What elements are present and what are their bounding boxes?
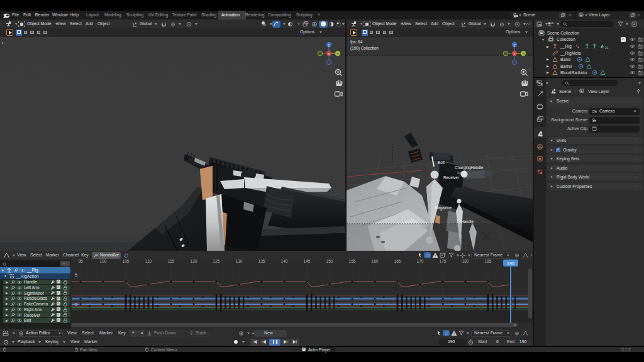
svg-text:Z: Z	[328, 43, 330, 47]
svg-text:X: X	[328, 52, 330, 56]
svg-text:150: 150	[326, 259, 333, 263]
svg-text:130: 130	[236, 259, 243, 263]
svg-text:155: 155	[349, 259, 356, 263]
svg-text:185: 185	[485, 259, 492, 263]
svg-text:145: 145	[304, 259, 311, 263]
svg-text:95: 95	[78, 259, 83, 263]
svg-text:X: X	[513, 52, 516, 56]
svg-text:100: 100	[100, 259, 107, 263]
svg-text:180: 180	[462, 259, 469, 263]
svg-text:190: 190	[507, 261, 514, 266]
svg-text:105: 105	[123, 259, 130, 263]
svg-text:0: 0	[75, 302, 77, 307]
svg-text:Y: Y	[522, 52, 525, 56]
svg-text:175: 175	[440, 259, 447, 263]
svg-text:160: 160	[372, 259, 379, 263]
svg-text:165: 165	[394, 259, 401, 263]
svg-text:110: 110	[145, 259, 152, 263]
svg-text:120: 120	[191, 259, 197, 263]
svg-text:140: 140	[281, 259, 288, 263]
svg-text:115: 115	[168, 259, 175, 263]
svg-text:Z: Z	[513, 43, 516, 47]
svg-text:125: 125	[213, 259, 220, 263]
svg-text:5: 5	[75, 273, 77, 277]
svg-text:Y: Y	[336, 52, 339, 56]
svg-text:135: 135	[258, 259, 265, 263]
svg-text:170: 170	[417, 259, 424, 263]
